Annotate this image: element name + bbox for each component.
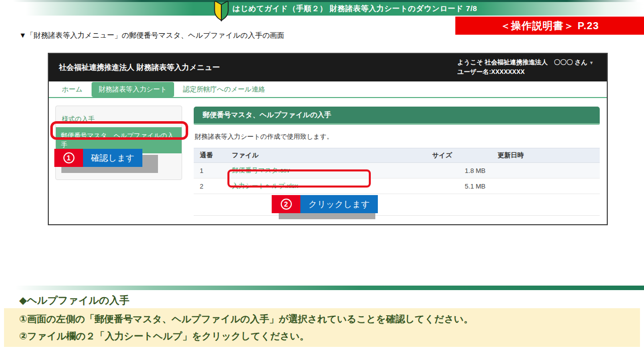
cell-size: 1.8 MB xyxy=(426,163,492,178)
footer-gradient-divider xyxy=(15,286,644,290)
guide-title: はじめてガイド（手順２） 財務諸表等入力シートのダウンロード 7/8 xyxy=(232,4,477,14)
main-panel: 郵便番号マスタ、ヘルプファイルの入手 財務諸表等入力シートの作成で使用致します。… xyxy=(194,107,600,216)
table-header-row: 通番 ファイル サイズ 更新日時 xyxy=(194,148,600,163)
instruction-step1: ①画面の左側の「郵便番号マスタ、ヘルプファイルの入手」が選択されていることを確認… xyxy=(19,311,640,328)
panel-description: 財務諸表等入力シートの作成で使用致します。 xyxy=(195,132,600,141)
panel-title: 郵便番号マスタ、ヘルプファイルの入手 xyxy=(194,107,600,125)
footer-heading: ◆ヘルプファイルの入手 xyxy=(19,294,129,307)
step2-number: 2 xyxy=(281,199,292,210)
step2-label: クリックします xyxy=(300,195,378,213)
app-title: 社会福祉連携推進法人 財務諸表等入力メニュー xyxy=(49,63,220,72)
callout-step2: 2 クリックします xyxy=(272,195,378,213)
col-header-no: 通番 xyxy=(194,148,226,163)
highlight-box-sidebar-item xyxy=(50,121,188,140)
col-header-file: ファイル xyxy=(226,148,426,163)
user-menu[interactable]: ようこそ 社会福祉連携推進法人 〇〇〇 さん ▼ ユーザー名:XXXXXXXX xyxy=(457,58,594,77)
cell-no: 1 xyxy=(194,163,226,178)
guide-slide: はじめてガイド（手順２） 財務諸表等入力シートのダウンロード 7/8 ＜操作説明… xyxy=(0,0,644,362)
screenshot-caption: ▼「財務諸表等入力メニュー」の郵便番号マスタ、ヘルプファイルの入手の画面 xyxy=(19,31,284,40)
cell-updated xyxy=(492,178,600,194)
beginner-mark-icon xyxy=(213,1,230,22)
cell-updated xyxy=(492,163,600,178)
step-number-badge: 2 xyxy=(272,195,300,213)
col-header-updated: 更新日時 xyxy=(492,148,600,163)
panel-divider xyxy=(194,215,600,216)
tab-home[interactable]: ホーム xyxy=(57,82,88,97)
instruction-step2: ②ファイル欄の２「入力シートヘルプ」をクリックしてください。 xyxy=(19,328,640,345)
tab-mail-contact[interactable]: 認定所轄庁へのメール連絡 xyxy=(178,82,270,97)
highlight-box-help-file-link xyxy=(227,169,371,188)
footer-instructions: ①画面の左側の「郵便番号マスタ、ヘルプファイルの入手」が選択されていることを確認… xyxy=(4,308,640,347)
chevron-down-icon[interactable]: ▼ xyxy=(589,60,594,65)
cell-no: 2 xyxy=(194,178,226,194)
manual-page-badge: ＜操作説明書＞ P.23 xyxy=(455,17,644,35)
welcome-text: ようこそ 社会福祉連携推進法人 〇〇〇 さん xyxy=(457,59,588,66)
callout-step1: 1 確認します xyxy=(54,149,142,167)
tab-input-sheet[interactable]: 財務諸表等入力シート xyxy=(92,82,174,97)
app-header: 社会福祉連携推進法人 財務諸表等入力メニュー ようこそ 社会福祉連携推進法人 〇… xyxy=(49,54,607,81)
step-number-badge: 1 xyxy=(54,149,83,167)
app-nav: ホーム 財務諸表等入力シート 認定所轄庁へのメール連絡 xyxy=(49,81,607,98)
step1-number: 1 xyxy=(63,152,74,163)
col-header-size: サイズ xyxy=(426,148,492,163)
cell-size: 5.1 MB xyxy=(426,178,492,194)
user-name: ユーザー名:XXXXXXXX xyxy=(457,68,525,75)
step1-label: 確認します xyxy=(83,149,142,167)
